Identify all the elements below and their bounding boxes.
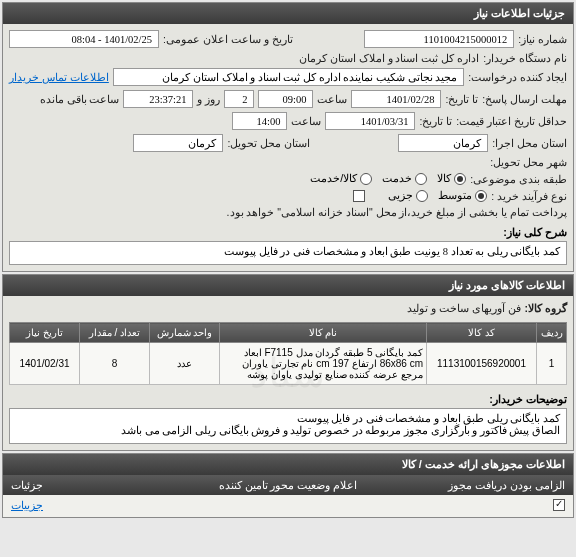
time-label-2: ساعت [291, 115, 321, 127]
permits-header-bar: الزامی بودن دریافت مجوز اعلام وضعیت محور… [3, 475, 573, 495]
main-panel-body: شماره نیاز: 1101004215000012 تاریخ و ساع… [3, 24, 573, 271]
remaining-time-field: 23:37:21 [123, 90, 193, 108]
buyer-contact-link[interactable]: اطلاعات تماس خریدار [9, 71, 109, 83]
radio-kala[interactable]: کالا [437, 172, 466, 185]
radio-label: کالا [437, 172, 451, 185]
cell-idx: 1 [537, 343, 567, 385]
requester-label: ایجاد کننده درخواست: [468, 71, 567, 83]
radio-small[interactable]: جزیی [388, 189, 428, 202]
cell-unit: عدد [150, 343, 220, 385]
classification-label: طبقه بندی موضوعی: [470, 173, 567, 185]
details-link[interactable]: جزییات [11, 499, 43, 511]
th-idx[interactable]: ردیف [537, 323, 567, 343]
cell-code: 1113100156920001 [427, 343, 537, 385]
delivery-province-label: استان محل تحویل: [227, 137, 310, 149]
permits-panel: اطلاعات مجوزهای ارائه خدمت / کالا الزامی… [2, 453, 574, 518]
validity-time-field: 14:00 [232, 112, 287, 130]
reply-time-field: 09:00 [258, 90, 313, 108]
status-header: اعلام وضعیت محور تامین کننده [196, 479, 381, 491]
date-label-2: تا تاریخ: [419, 115, 452, 127]
radio-label: خدمت [382, 172, 412, 185]
radio-label: کالا/خدمت [310, 172, 357, 185]
mandatory-header: الزامی بودن دریافت مجوز [380, 479, 565, 491]
buyer-org-value: اداره کل ثبت اسناد و املاک استان کرمان [299, 52, 479, 64]
radio-khedmat[interactable]: خدمت [382, 172, 427, 185]
delivery-province-field: کرمان [133, 134, 223, 152]
th-code[interactable]: کد کالا [427, 323, 537, 343]
goods-group-value: فن آوریهای ساخت و تولید [407, 302, 521, 314]
purchase-type-group: متوسط جزیی [388, 189, 487, 202]
main-panel: جزئیات اطلاعات نیاز شماره نیاز: 11010042… [2, 2, 574, 272]
th-name[interactable]: نام کالا [220, 323, 427, 343]
items-panel-body: ستاد گروه کالا: فن آوریهای ساخت و تولید … [3, 296, 573, 450]
radio-icon [416, 190, 428, 202]
details-header: جزئیات [11, 479, 196, 491]
radio-medium[interactable]: متوسط [438, 189, 487, 202]
items-table: ردیف کد کالا نام کالا واحد شمارش تعداد /… [9, 322, 567, 385]
radio-icon [454, 173, 466, 185]
need-no-label: شماره نیاز: [518, 33, 567, 45]
permits-panel-body: الزامی بودن دریافت مجوز اعلام وضعیت محور… [3, 475, 573, 517]
radio-label: جزیی [388, 189, 413, 202]
requester-field: مجید نجاتی شکیب نماینده اداره کل ثبت اسن… [113, 68, 464, 86]
announce-dt-field: 1401/02/25 - 08:04 [9, 30, 159, 48]
th-date[interactable]: تاریخ نیاز [10, 323, 80, 343]
radio-kala-khedmat[interactable]: کالا/خدمت [310, 172, 372, 185]
payment-note-label: پرداخت تمام یا بخشی از مبلغ خرید،از محل … [227, 206, 567, 218]
buyer-org-label: نام دستگاه خریدار: [483, 52, 567, 64]
radio-icon [415, 173, 427, 185]
items-panel: اطلاعات کالاهای مورد نیاز ستاد گروه کالا… [2, 274, 574, 451]
delivery-city-label: شهر محل تحویل: [490, 156, 567, 168]
days-label: روز و [197, 93, 220, 105]
date-label-1: تا تاریخ: [445, 93, 478, 105]
table-row[interactable]: 1 1113100156920001 کمد بایگانی 5 طبقه گر… [10, 343, 567, 385]
cell-qty: 8 [80, 343, 150, 385]
th-qty[interactable]: تعداد / مقدار [80, 323, 150, 343]
exec-province-label: استان محل اجرا: [492, 137, 567, 149]
cell-name: کمد بایگانی 5 طبقه گردان مدل F7115 ابعاد… [220, 343, 427, 385]
announce-dt-label: تاریخ و ساعت اعلان عمومی: [163, 33, 293, 45]
validity-date-field: 1401/03/31 [325, 112, 415, 130]
main-panel-header: جزئیات اطلاعات نیاز [3, 3, 573, 24]
need-no-field: 1101004215000012 [364, 30, 514, 48]
table-header-row: ردیف کد کالا نام کالا واحد شمارش تعداد /… [10, 323, 567, 343]
explain-label: توضیحات خریدار: [9, 393, 567, 406]
items-panel-header: اطلاعات کالاهای مورد نیاز [3, 275, 573, 296]
classification-group: کالا خدمت کالا/خدمت [310, 172, 466, 185]
mandatory-checkbox[interactable] [553, 499, 565, 511]
time-label-1: ساعت [317, 93, 347, 105]
remaining-label: ساعت باقی مانده [40, 93, 120, 105]
reply-deadline-label: مهلت ارسال پاسخ: [482, 93, 567, 105]
payment-checkbox[interactable] [353, 190, 365, 202]
permits-panel-header: اطلاعات مجوزهای ارائه خدمت / کالا [3, 454, 573, 475]
purchase-type-label: نوع فرآیند خرید : [491, 190, 567, 202]
need-desc-field: کمد بایگانی ریلی به تعداد 8 یونیت طبق اب… [9, 241, 567, 265]
days-field: 2 [224, 90, 254, 108]
permits-row: جزییات [3, 495, 573, 517]
th-unit[interactable]: واحد شمارش [150, 323, 220, 343]
cell-date: 1401/02/31 [10, 343, 80, 385]
need-desc-label: شرح کلی نیاز: [9, 226, 567, 239]
reply-date-field: 1401/02/28 [351, 90, 441, 108]
explain-field: کمد بایگانی ریلی طبق ابعاد و مشخصات فنی … [9, 408, 567, 444]
validity-label: حداقل تاریخ اعتبار قیمت: [456, 115, 567, 127]
goods-group-label: گروه کالا: [525, 302, 567, 314]
radio-icon [360, 173, 372, 185]
exec-province-field: کرمان [398, 134, 488, 152]
radio-icon [475, 190, 487, 202]
radio-label: متوسط [438, 189, 472, 202]
